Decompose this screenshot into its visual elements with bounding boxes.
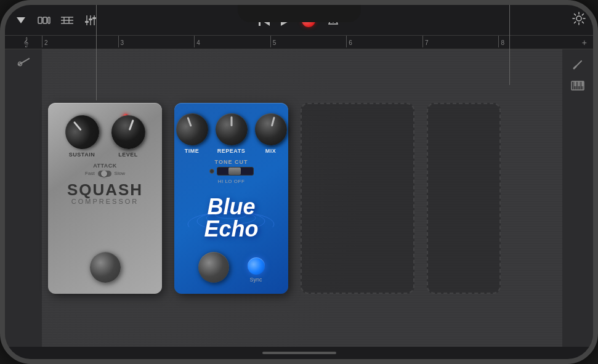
keyboard-icon[interactable] (571, 81, 584, 93)
tone-dot (209, 169, 214, 174)
time-knob[interactable] (171, 108, 212, 150)
mix-knob-group: Mix (255, 113, 287, 154)
ruler-num-4: 4 (196, 39, 200, 46)
svg-point-17 (576, 16, 581, 21)
eq-button[interactable] (81, 11, 100, 30)
slow-label: Slow (115, 171, 125, 176)
echo-knobs-row: Time Repeats Mix (176, 113, 287, 154)
main-content: SUSTAIN LEVEL ATTACK Fast Slow (5, 49, 593, 347)
dropdown-button[interactable] (12, 12, 30, 29)
level-knob-group: LEVEL (111, 115, 145, 158)
svg-rect-35 (582, 81, 584, 86)
echo-title-blue: Blue (207, 196, 255, 218)
ruler-segment-5: 5 (270, 36, 347, 47)
tone-cut-section: TONE CUT HI LO OFF (180, 159, 282, 184)
ruler-segment-7: 7 (422, 36, 499, 47)
settings-button[interactable] (572, 12, 586, 28)
squash-brand: SQUASH COMPRESSOR (67, 182, 143, 205)
ruler-num-3: 3 (121, 39, 124, 46)
sync-label: Sync (249, 277, 262, 283)
left-panel (5, 49, 42, 347)
mix-knob[interactable] (251, 110, 291, 149)
svg-rect-34 (578, 81, 580, 86)
list-button[interactable] (58, 11, 76, 30)
pedalboard: SUSTAIN LEVEL ATTACK Fast Slow (42, 49, 562, 347)
ruler-num-2: 2 (44, 39, 48, 46)
guitar-jack-icon[interactable] (15, 54, 31, 72)
attack-section: ATTACK Fast Slow (54, 163, 156, 177)
toolbar-right (572, 12, 586, 28)
empty-pedal-slot-1[interactable] (301, 103, 414, 294)
annotation-line-right (509, 5, 510, 85)
notch (238, 5, 361, 22)
echo-brand: Blue Echo (204, 184, 258, 252)
wrench-area (571, 55, 584, 93)
repeats-label: Repeats (217, 148, 245, 154)
sync-button[interactable] (248, 257, 265, 275)
tone-cut-label: TONE CUT (215, 159, 248, 165)
level-label: LEVEL (118, 152, 138, 158)
sustain-knob[interactable] (58, 108, 105, 155)
annotation-line-left (96, 5, 97, 100)
squash-compressor-pedal[interactable]: SUSTAIN LEVEL ATTACK Fast Slow (48, 103, 162, 294)
repeats-knob[interactable] (216, 113, 248, 145)
tone-slider[interactable] (217, 167, 254, 176)
repeats-knob-group: Repeats (216, 113, 248, 154)
echo-bottom-row: Sync (180, 252, 282, 283)
echo-footswitch[interactable] (198, 252, 229, 283)
squash-footswitch[interactable] (90, 252, 121, 283)
squash-knobs-row: SUSTAIN LEVEL (65, 115, 145, 158)
ruler-add-button[interactable]: + (582, 38, 587, 47)
tune-icon[interactable] (572, 59, 584, 73)
ruler-num-7: 7 (425, 39, 429, 46)
tone-slider-thumb (228, 168, 241, 175)
svg-rect-33 (575, 81, 576, 86)
fast-label: Fast (85, 171, 95, 176)
svg-rect-0 (38, 17, 42, 23)
sustain-knob-group: SUSTAIN (65, 115, 99, 158)
svg-rect-1 (43, 17, 47, 23)
right-panel (562, 49, 593, 347)
echo-title-echo: Echo (204, 218, 258, 240)
ruler-segment-6: 6 (346, 36, 422, 47)
home-bar (5, 347, 593, 359)
loop-button[interactable] (34, 11, 53, 30)
level-knob[interactable] (107, 110, 150, 153)
time-knob-group: Time (176, 113, 208, 154)
screen: 𝄞 2 3 4 5 6 7 8 + (5, 5, 593, 359)
attack-switch-row: Fast Slow (85, 171, 125, 177)
ruler-num-5: 5 (273, 39, 277, 46)
phone-frame: 𝄞 2 3 4 5 6 7 8 + (0, 0, 598, 364)
svg-rect-11 (89, 18, 92, 20)
ruler-segment-2: 2 (42, 36, 118, 47)
dropdown-arrow-icon (17, 17, 25, 23)
squash-title: SQUASH (67, 182, 143, 198)
squash-subtitle: COMPRESSOR (67, 198, 143, 205)
svg-rect-12 (85, 21, 89, 23)
home-indicator (262, 352, 336, 354)
blue-echo-pedal[interactable]: Time Repeats Mix TONE CUT (174, 103, 288, 294)
ruler-marks: 2 3 4 5 6 7 8 (42, 36, 575, 49)
ruler-num-8: 8 (501, 39, 504, 46)
svg-line-25 (574, 67, 576, 68)
ruler-segment-8: 8 (498, 36, 575, 47)
ruler-num-6: 6 (349, 39, 352, 46)
hilo-label: HI LO OFF (218, 179, 245, 184)
sync-section: Sync (248, 257, 265, 283)
attack-label: ATTACK (93, 163, 117, 169)
sustain-label: SUSTAIN (69, 152, 95, 158)
tuning-tool-icon[interactable]: 𝄞 (23, 37, 28, 47)
empty-pedal-slot-2[interactable] (427, 103, 501, 294)
timeline-ruler: 𝄞 2 3 4 5 6 7 8 + (5, 36, 593, 49)
attack-toggle[interactable] (98, 171, 111, 177)
ruler-segment-4: 4 (194, 36, 270, 47)
mix-label: Mix (265, 148, 277, 154)
ruler-segment-3: 3 (118, 36, 195, 47)
time-label: Time (185, 148, 200, 154)
svg-rect-2 (48, 17, 50, 23)
